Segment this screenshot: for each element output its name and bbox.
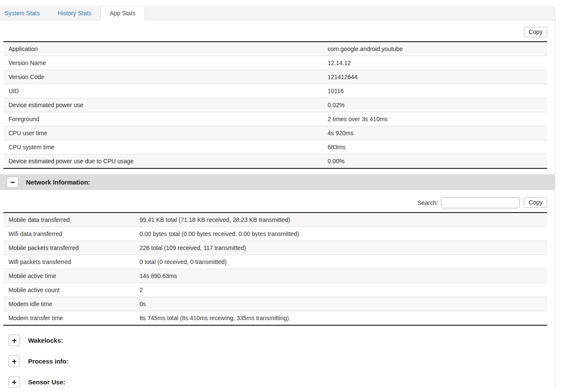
table-row: Mobile active time 14s 890.63ms [3,269,547,283]
table-row: Mobile data transferred 99.41 KB total (… [3,213,547,227]
table-row: Application com.google.android.youtube [3,42,547,56]
row-value: 0s [134,297,547,311]
app-stats-panel: System Stats History Stats App Stats Cop… [0,6,555,389]
row-label: Device estimated power use due to CPU us… [3,154,323,169]
table-row: Mobile active count 2 [3,283,547,297]
table-row: Wifi packets transferred 0 total (0 rece… [3,255,547,269]
wakelocks-section: + Wakelocks: [3,335,547,346]
row-label: CPU user time [3,126,323,140]
row-label: Foreground [3,112,323,126]
network-info-table: Mobile data transferred 99.41 KB total (… [3,212,547,326]
tab-app-stats[interactable]: App Stats [100,6,145,20]
table-row: Foreground 2 times over 3s 410ms [3,112,547,126]
row-value: 121412644 [323,70,547,84]
search-input[interactable] [441,197,520,208]
expand-process-info-button[interactable]: + [9,355,20,367]
table-row: Version Name 12.14.12 [3,56,547,70]
network-table-toolbar: Search: Copy [3,197,547,208]
table-row: CPU system time 683ms [3,140,547,154]
row-value: 0 total (0 received, 0 transmitted) [134,255,547,269]
row-value: 8s 745ms total (8s 410ms receiving, 335m… [134,311,547,326]
copy-network-stats-button[interactable]: Copy [524,197,547,208]
row-label: Device estimated power use [3,98,323,112]
row-label: Modem transfer time [3,311,134,326]
sensor-use-section: + Sensor Use: [3,376,547,388]
row-value: 226 total (109 received, 117 transmitted… [134,241,547,255]
app-info-table: Application com.google.android.youtube V… [3,41,547,169]
row-label: Wifi packets transferred [3,255,134,269]
row-value: com.google.android.youtube [323,42,547,56]
table-row: Device estimated power use due to CPU us… [3,154,547,169]
table-row: Device estimated power use 0.02% [3,98,547,112]
expand-wakelocks-button[interactable]: + [9,335,20,346]
network-section-title: Network Information: [26,179,90,186]
row-value: 4s 920ms [323,126,547,140]
row-label: Application [3,42,323,56]
row-label: Wifi data transferred [3,227,134,241]
collapse-network-section-button[interactable]: − [7,176,18,188]
row-value: 99.41 KB total (71.18 KB received, 28.23… [134,213,547,227]
tab-system-stats[interactable]: System Stats [0,6,49,20]
app-info-table-body: Application com.google.android.youtube V… [3,42,547,168]
row-label: Mobile active count [3,283,134,297]
wakelocks-section-title: Wakelocks: [28,337,63,344]
network-information-header: − Network Information: [0,174,555,190]
row-value: 0.00 bytes total (0.00 bytes received, 0… [134,227,547,241]
process-info-section: + Process info: [3,355,547,367]
network-info-table-body: Mobile data transferred 99.41 KB total (… [3,213,547,325]
expand-sensor-use-button[interactable]: + [9,376,20,388]
process-info-section-title: Process info: [28,358,69,365]
tab-bar: System Stats History Stats App Stats [0,6,555,20]
row-value: 10116 [323,84,547,98]
app-table-toolbar: Copy [3,27,547,37]
row-value: 0.00% [323,154,547,169]
tab-history-stats[interactable]: History Stats [49,6,100,20]
row-label: Mobile active time [3,269,134,283]
row-label: Version Name [3,56,323,70]
row-value: 683ms [323,140,547,154]
table-row: UID 10116 [3,84,547,98]
table-row: CPU user time 4s 920ms [3,126,547,140]
row-value: 0.02% [323,98,547,112]
table-row: Wifi data transferred 0.00 bytes total (… [3,227,547,241]
table-row: Mobile packets transferred 226 total (10… [3,241,547,255]
row-value: 12.14.12 [323,56,547,70]
row-value: 2 [134,283,547,297]
sensor-use-section-title: Sensor Use: [28,378,66,386]
table-row: Modem idle time 0s [3,297,547,311]
search-label: Search: [417,199,438,206]
row-label: Mobile packets transferred [3,241,134,255]
row-label: Version Code [3,70,323,84]
row-label: CPU system time [3,140,323,154]
table-row: Version Code 121412644 [3,70,547,84]
row-value: 14s 890.63ms [134,269,547,283]
row-label: Modem idle time [3,297,134,311]
row-value: 2 times over 3s 410ms [323,112,547,126]
copy-app-stats-button[interactable]: Copy [524,27,547,37]
table-row: Modem transfer time 8s 745ms total (8s 4… [3,311,547,326]
row-label: Mobile data transferred [3,213,134,227]
row-label: UID [3,84,323,98]
app-stats-content: Copy Application com.google.android.yout… [0,27,555,388]
